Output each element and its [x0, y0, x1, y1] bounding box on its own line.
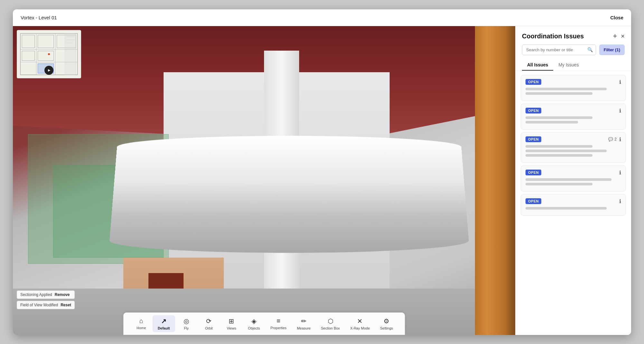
issue-line-4-0	[526, 207, 607, 210]
tab-all[interactable]: All Issues	[522, 60, 553, 71]
scene-background	[13, 26, 515, 335]
issue-card-actions-4: ℹ	[619, 198, 621, 204]
panel-close-button[interactable]: ×	[621, 33, 625, 39]
properties-icon: ≡	[277, 317, 280, 325]
issue-line-3-1	[526, 183, 592, 185]
settings-label: Settings	[380, 326, 393, 330]
toolbar-item-objects[interactable]: ◈ Objects	[243, 315, 265, 332]
issue-card-header-3: OPENℹ	[526, 170, 621, 176]
issue-open-badge-1: OPEN	[526, 108, 541, 113]
issue-comment-badge-2: 💬 2	[608, 137, 617, 142]
comment-icon-2: 💬	[608, 137, 613, 142]
issue-line-0-1	[526, 92, 592, 95]
filter-button[interactable]: Filter (1)	[599, 44, 625, 55]
panel-title-row: Coordination Issues + ×	[522, 33, 625, 40]
issue-info-icon-3[interactable]: ℹ	[619, 170, 621, 176]
issue-line-1-1	[526, 121, 578, 123]
viewport[interactable]: Sectioning Applied Remove Field of View …	[13, 26, 515, 335]
objects-icon: ◈	[251, 317, 256, 325]
sectioning-label: Sectioning Applied	[20, 292, 52, 297]
views-icon: ⊞	[229, 317, 234, 325]
xray-mode-label: X-Ray Mode	[350, 326, 370, 330]
section-box-icon: ⬡	[328, 317, 333, 325]
issue-info-icon-4[interactable]: ℹ	[619, 198, 621, 204]
issue-info-icon-1[interactable]: ℹ	[619, 108, 621, 114]
issue-card-0[interactable]: OPENℹ	[521, 75, 626, 101]
issue-card-actions-1: ℹ	[619, 108, 621, 114]
scene-pipe	[109, 136, 470, 253]
sectioning-status-pill: Sectioning Applied Remove	[17, 290, 75, 299]
search-input[interactable]	[522, 44, 596, 55]
issue-open-badge-3: OPEN	[526, 170, 541, 175]
toolbar-item-fly[interactable]: ◎ Fly	[175, 315, 198, 332]
issue-card-header-4: OPENℹ	[526, 198, 621, 204]
xray-mode-icon: ✕	[357, 317, 363, 325]
issue-open-badge-0: OPEN	[526, 79, 541, 85]
bottom-toolbar: ⌂ Home ↗ Default ◎ Fly ⟳ Orbit ⊞ Views ◈…	[123, 312, 405, 335]
issue-line-1-0	[526, 116, 592, 119]
search-input-wrap: 🔍	[522, 44, 596, 55]
panel-actions: + ×	[613, 33, 625, 40]
search-icon-button[interactable]: 🔍	[587, 47, 593, 52]
toolbar-item-views[interactable]: ⊞ Views	[220, 315, 243, 332]
issue-card-4[interactable]: OPENℹ	[521, 194, 626, 216]
panel-title: Coordination Issues	[522, 33, 584, 40]
issue-line-2-1	[526, 150, 607, 152]
home-label: Home	[137, 326, 146, 330]
panel-header: Coordination Issues + × 🔍 Filter (1)	[516, 26, 631, 71]
issue-card-actions-0: ℹ	[619, 79, 621, 85]
issue-card-1[interactable]: OPENℹ	[521, 103, 626, 130]
3d-scene: Sectioning Applied Remove Field of View …	[13, 26, 515, 335]
issue-line-2-2	[526, 154, 592, 157]
issue-card-header-1: OPENℹ	[526, 108, 621, 114]
default-label: Default	[158, 326, 170, 330]
tab-my[interactable]: My Issues	[553, 60, 584, 71]
views-label: Views	[227, 326, 236, 330]
toolbar-item-settings[interactable]: ⚙ Settings	[375, 315, 398, 332]
toolbar-item-section-box[interactable]: ⬡ Section Box	[316, 315, 345, 332]
issue-card-3[interactable]: OPENℹ	[521, 165, 626, 192]
fly-label: Fly	[184, 326, 189, 330]
panel-tabs: All IssuesMy Issues	[522, 60, 625, 71]
issue-line-2-0	[526, 145, 592, 148]
window-close-button[interactable]: Close	[610, 15, 623, 20]
issue-info-icon-0[interactable]: ℹ	[619, 79, 621, 85]
issues-list: OPENℹOPENℹOPEN💬 2ℹOPENℹOPENℹ	[516, 71, 631, 335]
toolbar-item-default[interactable]: ↗ Default	[153, 315, 175, 332]
issue-card-actions-2: 💬 2ℹ	[608, 136, 621, 143]
toolbar-item-orbit[interactable]: ⟳ Orbit	[198, 315, 220, 332]
issue-open-badge-2: OPEN	[526, 136, 541, 142]
title-bar: Vortex - Level 01 Close	[13, 9, 631, 26]
minimap-nav-button[interactable]	[44, 66, 53, 75]
minimap[interactable]	[17, 30, 81, 78]
section-box-label: Section Box	[321, 326, 340, 330]
fov-label: Field of View Modified	[20, 303, 58, 307]
right-panel: Coordination Issues + × 🔍 Filter (1)	[515, 26, 631, 335]
svg-rect-13	[65, 33, 76, 74]
toolbar-item-xray-mode[interactable]: ✕ X-Ray Mode	[345, 315, 375, 332]
app-window: Vortex - Level 01 Close	[13, 9, 631, 335]
fov-reset-button[interactable]: Reset	[61, 303, 71, 307]
sectioning-remove-button[interactable]: Remove	[55, 292, 70, 297]
settings-icon: ⚙	[384, 317, 389, 325]
main-area: Sectioning Applied Remove Field of View …	[13, 26, 631, 335]
fov-status-pill: Field of View Modified Reset	[17, 301, 75, 309]
issue-info-icon-2[interactable]: ℹ	[619, 136, 621, 143]
search-icon: 🔍	[587, 47, 593, 52]
toolbar-item-home[interactable]: ⌂ Home	[130, 315, 153, 332]
status-overlay: Sectioning Applied Remove Field of View …	[17, 290, 75, 309]
panel-add-button[interactable]: +	[613, 33, 617, 40]
fly-icon: ◎	[184, 317, 189, 325]
objects-label: Objects	[248, 326, 260, 330]
issue-open-badge-4: OPEN	[526, 198, 541, 204]
default-icon: ↗	[161, 317, 166, 325]
search-row: 🔍 Filter (1)	[522, 44, 625, 55]
properties-label: Properties	[270, 326, 287, 330]
toolbar-item-properties[interactable]: ≡ Properties	[265, 315, 292, 332]
orbit-label: Orbit	[205, 326, 213, 330]
issue-card-actions-3: ℹ	[619, 170, 621, 176]
toolbar-item-measure[interactable]: ✏ Measure	[292, 315, 316, 332]
issue-card-2[interactable]: OPEN💬 2ℹ	[521, 132, 626, 163]
issue-card-header-2: OPEN💬 2ℹ	[526, 136, 621, 143]
issue-line-0-0	[526, 88, 607, 90]
